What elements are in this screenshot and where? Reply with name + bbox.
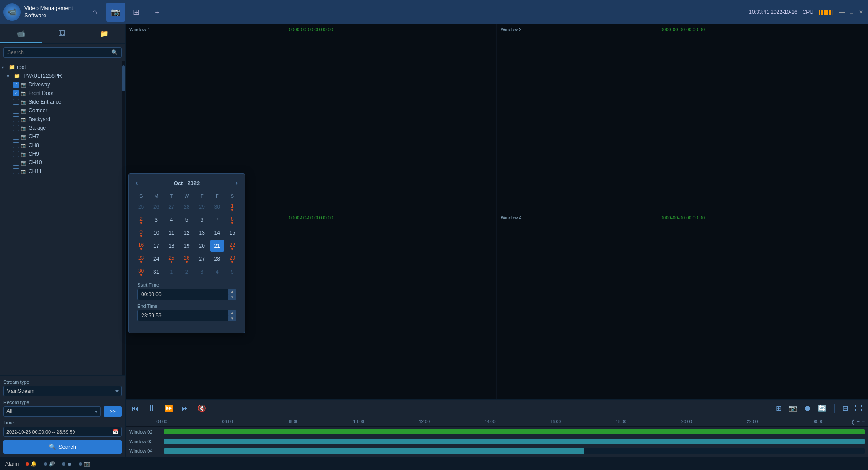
cal-day-4-5[interactable]: 28 xyxy=(210,253,224,265)
cal-day-0-1[interactable]: 26 xyxy=(149,201,163,213)
pb-fast-forward-btn[interactable]: ⏩ xyxy=(164,403,174,413)
cal-day-2-2[interactable]: 11 xyxy=(164,227,178,239)
cal-day-4-0[interactable]: 23 xyxy=(134,253,148,265)
cal-day-2-0[interactable]: 9 xyxy=(134,227,148,239)
tl-bar-wrap-w02[interactable] xyxy=(164,429,865,434)
checkbox-backyard[interactable] xyxy=(13,116,19,122)
cal-day-5-3[interactable]: 2 xyxy=(179,266,194,278)
cal-day-3-4[interactable]: 20 xyxy=(195,240,209,252)
pb-skip-back-btn[interactable]: ⏮ xyxy=(131,404,139,413)
checkbox-ch7[interactable] xyxy=(13,134,19,140)
cal-day-5-6[interactable]: 5 xyxy=(225,266,240,278)
cal-day-2-4[interactable]: 13 xyxy=(195,227,209,239)
pb-clip-btn[interactable]: ⊞ xyxy=(775,403,782,413)
cal-day-1-6[interactable]: 8 xyxy=(225,214,240,226)
checkbox-side-entrance[interactable] xyxy=(13,99,19,105)
cal-day-1-4[interactable]: 6 xyxy=(195,214,209,226)
checkbox-front-door[interactable]: ✓ xyxy=(13,90,19,96)
cal-prev-btn[interactable]: ‹ xyxy=(133,178,140,188)
nav-grid-btn[interactable]: ⊞ xyxy=(127,3,146,22)
scrollbar-thumb[interactable] xyxy=(122,65,125,91)
checkbox-garage[interactable] xyxy=(13,125,19,131)
tl-bar-wrap-w04[interactable] xyxy=(164,448,865,454)
cal-day-2-3[interactable]: 12 xyxy=(179,227,194,239)
tree-channel-backyard[interactable]: 📷Backyard xyxy=(0,115,125,124)
cal-day-4-4[interactable]: 27 xyxy=(195,253,209,265)
cal-day-3-0[interactable]: 16 xyxy=(134,240,148,252)
checkbox-corridor[interactable] xyxy=(13,108,19,114)
record-type-select[interactable]: All Manual Motion Schedule xyxy=(3,406,101,417)
maximize-btn[interactable]: □ xyxy=(848,9,855,16)
cal-day-1-1[interactable]: 3 xyxy=(149,214,163,226)
tree-channel-front-door[interactable]: ✓📷Front Door xyxy=(0,89,125,98)
cal-day-0-3[interactable]: 28 xyxy=(179,201,194,213)
tl-minus-btn[interactable]: − xyxy=(862,419,865,425)
cal-day-4-2[interactable]: 25 xyxy=(164,253,178,265)
cal-day-2-1[interactable]: 10 xyxy=(149,227,163,239)
cal-day-3-5[interactable]: 21 xyxy=(210,240,224,252)
cal-day-5-1[interactable]: 31 xyxy=(149,266,163,278)
window4-content[interactable] xyxy=(497,212,868,400)
checkbox-ch11[interactable] xyxy=(13,168,19,174)
tab-channels[interactable]: 📹 xyxy=(0,24,42,43)
cal-day-5-4[interactable]: 3 xyxy=(195,266,209,278)
pb-play-pause-btn[interactable]: ⏸ xyxy=(146,402,157,414)
tree-channel-corridor[interactable]: 📷Corridor xyxy=(0,106,125,115)
cal-day-1-3[interactable]: 5 xyxy=(179,214,194,226)
cal-day-2-6[interactable]: 15 xyxy=(225,227,240,239)
cal-day-2-5[interactable]: 14 xyxy=(210,227,224,239)
pb-fullscreen-btn[interactable]: ⛶ xyxy=(854,404,863,413)
tl-prev-btn[interactable]: ❮ xyxy=(851,419,855,425)
tl-plus-btn[interactable]: + xyxy=(857,419,860,425)
cal-day-0-0[interactable]: 25 xyxy=(134,201,148,213)
start-time-up-btn[interactable]: ▲ xyxy=(228,289,236,294)
minimize-btn[interactable]: — xyxy=(839,9,845,16)
cal-day-0-2[interactable]: 27 xyxy=(164,201,178,213)
cal-day-5-5[interactable]: 4 xyxy=(210,266,224,278)
cal-day-4-1[interactable]: 24 xyxy=(149,253,163,265)
cal-day-3-1[interactable]: 17 xyxy=(149,240,163,252)
tab-files[interactable]: 📁 xyxy=(84,24,125,43)
cal-day-5-0[interactable]: 30 xyxy=(134,266,148,278)
cal-day-4-3[interactable]: 26 xyxy=(179,253,194,265)
tree-channel-ch10[interactable]: 📷CH10 xyxy=(0,158,125,167)
start-time-input[interactable] xyxy=(137,289,228,300)
end-time-input[interactable] xyxy=(137,310,228,321)
nav-add-btn[interactable]: + xyxy=(148,3,167,22)
cal-day-0-4[interactable]: 29 xyxy=(195,201,209,213)
tree-nvr[interactable]: ▾ 📁 IPVAULT2256PR xyxy=(0,72,125,80)
pb-snapshot-btn[interactable]: 📷 xyxy=(787,403,798,413)
end-time-down-btn[interactable]: ▼ xyxy=(228,316,236,321)
tree-channel-driveway[interactable]: ✓📷Driveway xyxy=(0,80,125,89)
time-display[interactable]: 2022-10-26 00:00:00 -- 23:59:59 📅 xyxy=(3,427,122,437)
checkbox-ch9[interactable] xyxy=(13,151,19,157)
cal-day-3-2[interactable]: 18 xyxy=(164,240,178,252)
stream-type-select[interactable]: MainStream SubStream xyxy=(3,386,122,396)
start-time-down-btn[interactable]: ▼ xyxy=(228,294,236,300)
tree-channel-ch11[interactable]: 📷CH11 xyxy=(0,167,125,176)
window2-content[interactable] xyxy=(497,24,868,212)
close-btn[interactable]: ✕ xyxy=(858,9,865,16)
checkbox-ch8[interactable] xyxy=(13,142,19,148)
nav-home-btn[interactable]: ⌂ xyxy=(85,3,104,22)
tl-bar-wrap-w03[interactable] xyxy=(164,439,865,444)
checkbox-ch10[interactable] xyxy=(13,160,19,166)
cal-day-0-6[interactable]: 1 xyxy=(225,201,240,213)
pb-record-btn[interactable]: ⏺ xyxy=(803,404,812,413)
cal-day-1-2[interactable]: 4 xyxy=(164,214,178,226)
checkbox-driveway[interactable]: ✓ xyxy=(13,82,19,88)
end-time-up-btn[interactable]: ▲ xyxy=(228,310,236,316)
cal-day-1-0[interactable]: 2 xyxy=(134,214,148,226)
cal-day-1-5[interactable]: 7 xyxy=(210,214,224,226)
tree-channel-ch7[interactable]: 📷CH7 xyxy=(0,132,125,141)
quick-search-btn[interactable]: >> xyxy=(104,406,122,417)
tree-root[interactable]: ▾ 📁 root xyxy=(0,63,125,72)
cal-day-0-5[interactable]: 30 xyxy=(210,201,224,213)
cal-next-btn[interactable]: › xyxy=(233,178,240,188)
search-button[interactable]: 🔍 Search xyxy=(3,440,122,454)
search-input[interactable] xyxy=(7,49,109,55)
tree-channel-ch8[interactable]: 📷CH8 xyxy=(0,141,125,150)
cal-day-4-6[interactable]: 29 xyxy=(225,253,240,265)
tree-channel-ch9[interactable]: 📷CH9 xyxy=(0,150,125,158)
pb-layout-btn[interactable]: ⊟ xyxy=(842,403,849,413)
